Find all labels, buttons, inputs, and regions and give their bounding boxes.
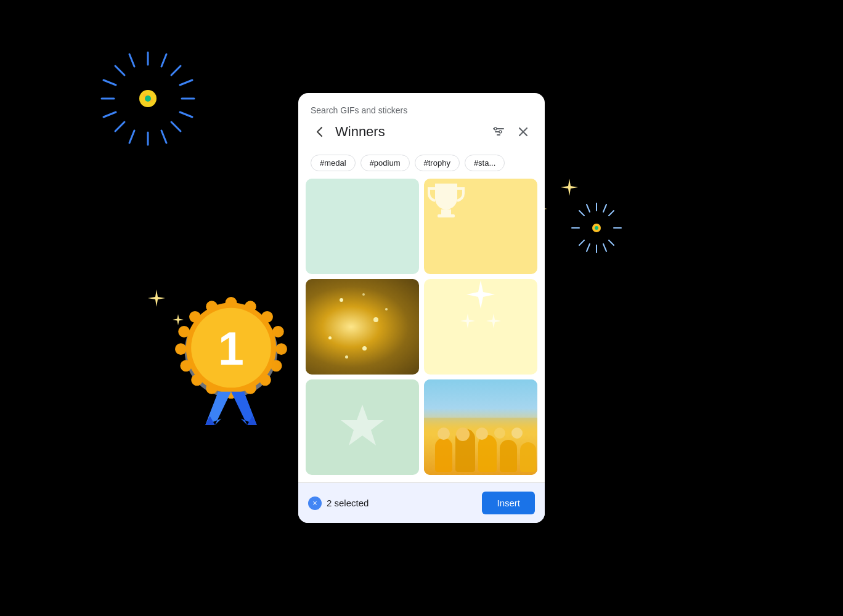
svg-rect-64	[438, 214, 455, 217]
svg-line-5	[171, 122, 181, 131]
svg-point-38	[261, 311, 273, 323]
clear-selection-button[interactable]: ×	[308, 496, 322, 510]
sparkle-decor-1	[561, 179, 578, 196]
svg-point-61	[494, 128, 497, 130]
svg-line-9	[161, 131, 166, 143]
svg-point-33	[595, 226, 598, 230]
svg-line-13	[180, 112, 192, 117]
svg-line-11	[129, 131, 134, 143]
search-bar: Winners	[311, 123, 532, 147]
sparkle-small-right-icon	[485, 312, 502, 330]
svg-point-48	[175, 343, 187, 355]
svg-line-28	[587, 205, 590, 212]
selected-info: × 2 selected	[308, 496, 369, 510]
svg-point-42	[259, 374, 271, 386]
tag-medal[interactable]: #medal	[311, 155, 356, 171]
gif-cell-4[interactable]	[424, 279, 537, 375]
tag-trophy[interactable]: #trophy	[415, 155, 460, 171]
close-icon	[516, 125, 530, 139]
light-starburst-decor	[566, 197, 627, 259]
search-query-text: Winners	[335, 124, 483, 140]
gif-cell-6[interactable]	[424, 379, 537, 475]
svg-line-4	[115, 66, 124, 75]
svg-line-25	[609, 240, 614, 245]
svg-point-39	[272, 326, 284, 338]
svg-point-36	[226, 297, 237, 309]
gif-grid	[298, 179, 545, 475]
trophy-icon	[424, 179, 468, 223]
selected-count-text: 2 selected	[327, 498, 369, 508]
svg-point-19	[145, 95, 151, 102]
back-button[interactable]	[311, 123, 329, 141]
svg-line-10	[161, 54, 166, 67]
svg-point-47	[180, 360, 192, 371]
blue-starburst-decor	[86, 37, 210, 160]
gif-cell-5[interactable]	[306, 379, 419, 475]
insert-button[interactable]: Insert	[482, 492, 535, 514]
filter-icon	[492, 125, 505, 139]
svg-point-40	[275, 343, 287, 355]
search-header: Search GIFs and stickers Winners	[298, 93, 545, 152]
sparkle-large-icon	[465, 279, 496, 310]
svg-line-15	[104, 112, 116, 117]
star-icon	[335, 400, 390, 455]
svg-point-51	[206, 301, 218, 312]
svg-line-29	[603, 244, 606, 251]
gif-cell-3[interactable]	[306, 279, 419, 375]
svg-line-14	[180, 80, 192, 85]
tag-podium[interactable]: #podium	[360, 155, 410, 171]
gif-sticker-modal: Search GIFs and stickers Winners	[298, 93, 545, 523]
svg-line-27	[579, 240, 584, 245]
svg-line-24	[579, 211, 584, 216]
svg-point-46	[191, 374, 203, 386]
bottom-bar: × 2 selected Insert	[298, 482, 545, 523]
svg-point-62	[499, 131, 502, 133]
svg-point-37	[245, 301, 256, 312]
gif-cell-1[interactable]	[306, 179, 419, 274]
medal-decor: 1	[160, 283, 302, 425]
filter-button[interactable]	[489, 123, 508, 141]
svg-line-26	[609, 211, 614, 216]
svg-text:1: 1	[218, 323, 244, 375]
back-arrow-icon	[313, 125, 327, 139]
close-button[interactable]	[514, 123, 532, 141]
svg-point-41	[271, 360, 282, 371]
svg-rect-63	[441, 209, 451, 214]
svg-line-12	[104, 80, 116, 85]
svg-point-49	[178, 326, 190, 338]
svg-line-7	[115, 122, 124, 131]
svg-line-8	[129, 54, 134, 67]
svg-line-6	[171, 66, 181, 75]
tag-star[interactable]: #sta...	[465, 155, 505, 171]
search-header-title: Search GIFs and stickers	[311, 105, 532, 115]
svg-line-31	[587, 244, 590, 251]
gif-cell-2[interactable]	[424, 179, 537, 274]
tags-row: #medal #podium #trophy #sta...	[298, 152, 545, 179]
svg-point-50	[189, 311, 201, 323]
sparkle-small-left-icon	[459, 312, 476, 330]
svg-line-30	[603, 205, 606, 212]
